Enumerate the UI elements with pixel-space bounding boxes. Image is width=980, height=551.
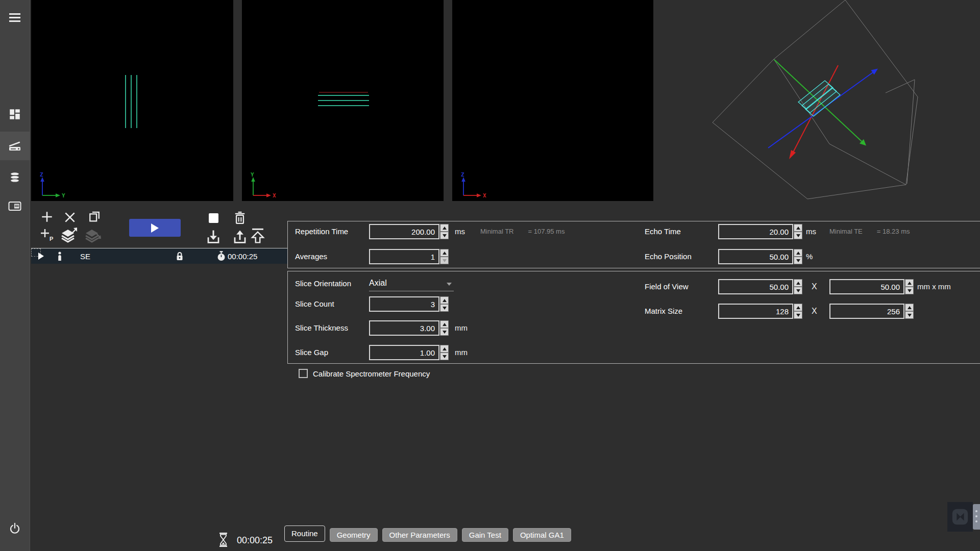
stop-button[interactable] <box>209 213 218 223</box>
queue-item-play-button[interactable] <box>38 248 44 264</box>
svg-text:Y: Y <box>62 192 65 199</box>
spinner-up-button[interactable] <box>905 304 914 311</box>
spinner-up-button[interactable] <box>440 296 449 304</box>
minimal-tr-label: Minimal TR <box>480 224 514 239</box>
spinner-up-button[interactable] <box>794 224 802 232</box>
matrix-y-input[interactable] <box>829 304 904 319</box>
svg-text:P: P <box>50 236 53 242</box>
lock-toggle[interactable] <box>175 248 184 264</box>
spinner-down-button[interactable] <box>440 353 449 360</box>
slice-thickness-input[interactable] <box>369 320 439 336</box>
widget-drag-handle[interactable] <box>973 504 980 530</box>
spinner-down-button[interactable] <box>440 328 449 336</box>
slice-gap-spinner <box>440 345 449 360</box>
tab-other-parameters[interactable]: Other Parameters <box>382 528 457 542</box>
svg-text:X: X <box>273 192 276 199</box>
queue-item-row[interactable]: SE 00:00:25 <box>31 248 287 264</box>
calibrate-frequency-option[interactable]: Calibrate Spectrometer Frequency <box>299 368 430 379</box>
tab-routine[interactable]: Routine <box>284 525 325 542</box>
fov-x-field <box>718 279 802 294</box>
viewport-3d[interactable] <box>653 0 980 201</box>
database-icon <box>8 171 21 184</box>
export-sequence-button[interactable] <box>59 227 79 244</box>
tab-geometry[interactable]: Geometry <box>330 528 378 542</box>
sidebar-item-scanner[interactable] <box>0 132 30 160</box>
repetition-time-spinner <box>440 224 449 239</box>
fov-y-spinner <box>905 279 914 294</box>
delete-button[interactable] <box>233 210 247 226</box>
fov-y-field <box>829 279 914 294</box>
repetition-time-input[interactable] <box>369 224 439 239</box>
averages-input[interactable] <box>369 249 439 264</box>
slice-gap-input[interactable] <box>369 345 439 360</box>
sidebar-item-dashboard[interactable] <box>0 100 30 129</box>
spinner-down-button[interactable] <box>905 287 914 294</box>
spinner-up-button[interactable] <box>440 224 449 232</box>
param-label: Averages <box>295 249 327 264</box>
load-button[interactable] <box>232 229 248 244</box>
spinner-up-button[interactable] <box>794 249 802 257</box>
fov-x-input[interactable] <box>718 279 793 294</box>
add-protocol-button[interactable]: P <box>39 228 54 242</box>
axis-indicator: Z Y <box>34 171 68 199</box>
param-label: Repetition Time <box>295 224 348 239</box>
geometry-parameters-section: Slice Orientation Axial Slice Count Slic… <box>287 271 980 364</box>
spinner-down-button[interactable] <box>794 257 802 264</box>
clear-icon <box>63 211 77 224</box>
log-icon <box>8 200 22 212</box>
spinner-down-button[interactable] <box>440 232 449 239</box>
play-icon <box>38 253 44 260</box>
spinner-up-button[interactable] <box>905 279 914 287</box>
spinner-up-button[interactable] <box>440 320 449 328</box>
save-button[interactable] <box>206 229 221 244</box>
spinner-down-button[interactable] <box>794 287 802 294</box>
fov-y-input[interactable] <box>829 279 904 294</box>
echo-time-input[interactable] <box>718 224 793 239</box>
matrix-x-field <box>718 304 802 319</box>
tab-gain-test[interactable]: Gain Test <box>462 528 508 542</box>
minimal-te-note: Minimal TE = 18.23 ms <box>829 224 910 239</box>
echo-position-field <box>718 249 802 264</box>
slice-line <box>318 100 369 101</box>
elapsed-time-status: 00:00:25 <box>218 532 273 549</box>
spinner-down-button[interactable] <box>794 311 802 319</box>
echo-time-field <box>718 224 802 239</box>
spinner-up-button[interactable] <box>440 249 449 257</box>
sidebar-item-log[interactable] <box>0 192 30 220</box>
upload-icon <box>232 229 248 244</box>
matrix-x-input[interactable] <box>718 304 793 319</box>
dashboard-icon <box>8 108 21 121</box>
spinner-up-button[interactable] <box>794 304 802 311</box>
parameter-tabs: Routine Geometry Other Parameters Gain T… <box>284 525 571 542</box>
viewport-yx[interactable]: Y X <box>242 0 444 201</box>
export-disabled-button <box>83 227 103 244</box>
param-row-field-of-view: Field of View X mm x mm <box>288 279 980 294</box>
add-button[interactable] <box>40 210 54 223</box>
tab-optimal-ga1[interactable]: Optimal GA1 <box>513 528 571 542</box>
sequence-duration: 00:00:25 <box>228 248 257 264</box>
load-top-button[interactable] <box>250 227 266 244</box>
spinner-up-button[interactable] <box>440 345 449 353</box>
echo-position-input[interactable] <box>718 249 793 264</box>
run-button[interactable] <box>129 219 181 237</box>
spinner-down-button[interactable] <box>905 311 914 319</box>
spinner-down-button[interactable] <box>794 232 802 239</box>
power-icon <box>8 522 21 535</box>
spinner-up-button[interactable] <box>794 279 802 287</box>
scanner-icon <box>8 139 22 153</box>
viewport-zx[interactable]: Z X <box>452 0 653 201</box>
clear-button[interactable] <box>63 211 77 224</box>
svg-text:Z: Z <box>40 171 43 178</box>
power-button[interactable] <box>0 514 30 543</box>
duplicate-button[interactable] <box>87 209 102 223</box>
dimension-separator: X <box>812 279 817 294</box>
sidebar-item-database[interactable] <box>0 163 30 192</box>
param-label: Echo Position <box>645 249 692 264</box>
queue-toolbar: P <box>31 206 284 248</box>
repetition-time-field <box>369 224 449 239</box>
menu-button[interactable] <box>0 3 30 32</box>
calibrate-frequency-checkbox[interactable] <box>299 369 308 378</box>
upload-top-icon <box>250 227 266 244</box>
viewport-zy[interactable]: Z Y <box>31 0 233 201</box>
slice-line <box>318 105 369 106</box>
